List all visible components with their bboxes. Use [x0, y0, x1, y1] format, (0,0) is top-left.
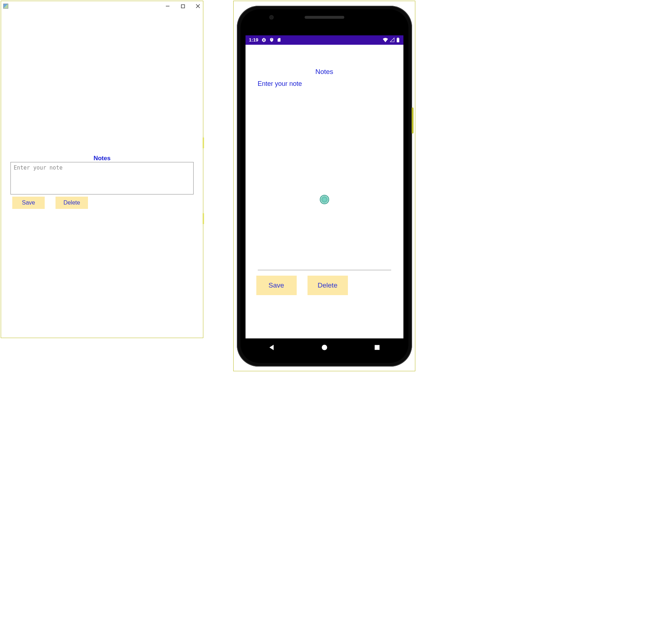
app-body: Notes Enter your note Save Delete [246, 45, 403, 338]
phone-frame-container: 1:19 [233, 1, 415, 371]
phone-earpiece-icon [305, 16, 344, 19]
phone-device: 1:19 [237, 6, 412, 367]
gear-icon [261, 38, 266, 43]
android-navbar [246, 338, 403, 358]
desktop-window: Notes Save Delete [1, 1, 203, 338]
notes-title: Notes [93, 155, 110, 162]
app-icon [3, 4, 8, 9]
shield-icon [269, 38, 274, 42]
delete-button[interactable]: Delete [56, 197, 88, 209]
phone-side-button [412, 108, 414, 133]
svg-point-6 [322, 345, 327, 350]
button-row: Save Delete [12, 197, 88, 209]
window-controls [165, 3, 201, 9]
note-input-placeholder[interactable]: Enter your note [258, 80, 302, 88]
note-input-underline [258, 270, 391, 270]
edge-decoration [203, 137, 204, 148]
maximize-button[interactable] [180, 3, 186, 9]
svg-rect-7 [375, 345, 380, 350]
nav-home-icon[interactable] [321, 344, 328, 352]
save-button[interactable]: Save [256, 276, 297, 295]
battery-icon [396, 38, 400, 43]
window-titlebar [1, 1, 203, 11]
svg-rect-1 [181, 5, 185, 8]
notes-title: Notes [315, 68, 333, 76]
button-row: Save Delete [256, 276, 348, 295]
delete-button[interactable]: Delete [308, 276, 348, 295]
status-bar: 1:19 [246, 35, 403, 45]
close-button[interactable] [195, 3, 201, 9]
phone-camera-icon [269, 15, 274, 19]
minimize-button[interactable] [165, 3, 171, 9]
phone-bezel: 1:19 [240, 9, 408, 363]
save-button[interactable]: Save [12, 197, 45, 209]
touch-indicator-icon [320, 195, 329, 204]
status-time: 1:19 [249, 37, 258, 43]
svg-rect-4 [397, 38, 399, 42]
signal-icon [390, 38, 395, 42]
edge-decoration [203, 213, 204, 224]
sd-card-icon [277, 38, 281, 42]
wifi-icon [383, 38, 388, 42]
nav-back-icon[interactable] [268, 344, 275, 352]
nav-recents-icon[interactable] [374, 344, 380, 352]
note-input[interactable] [10, 162, 194, 194]
svg-rect-5 [397, 38, 398, 38]
phone-screen: 1:19 [246, 35, 403, 338]
desktop-body: Notes Save Delete [1, 11, 203, 338]
